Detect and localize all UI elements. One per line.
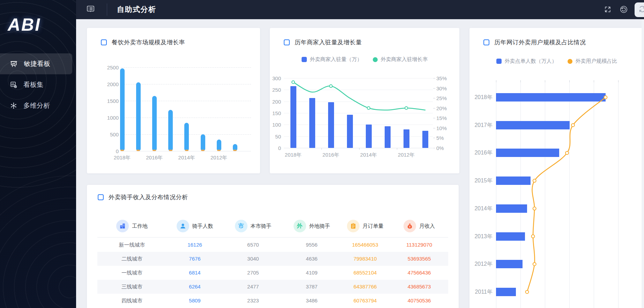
merchant-bar[interactable] <box>290 86 296 148</box>
refresh-button[interactable] <box>635 2 644 17</box>
data-point-marker[interactable] <box>526 290 529 293</box>
data-point-marker[interactable] <box>292 81 295 83</box>
data-point-marker[interactable] <box>571 123 575 127</box>
x-axis-tick <box>321 148 322 150</box>
table-cell[interactable]: 7676 <box>162 252 228 266</box>
growth-line-dot <box>201 150 205 151</box>
merchant-bar[interactable] <box>366 125 372 148</box>
card-checkbox[interactable] <box>284 39 290 45</box>
sidebar-item-agile-dashboard[interactable]: 敏捷看板 <box>0 53 72 74</box>
legend-line-swatch <box>373 57 378 62</box>
table-cell: 一线城市 <box>99 266 165 280</box>
sidebar-item-multidim-analysis[interactable]: 多维分析 <box>0 95 76 116</box>
y-axis-label: 200 <box>270 98 281 105</box>
user-count-bar[interactable] <box>496 232 525 241</box>
merchant-bar[interactable] <box>347 115 353 148</box>
table-cell[interactable]: 16126 <box>162 238 228 252</box>
secondary-y-axis-label: 0% <box>436 145 453 151</box>
column-label: 工作地 <box>132 223 148 230</box>
data-point-marker[interactable] <box>330 85 332 88</box>
top-header: 自助式分析 <box>76 0 644 19</box>
user-count-bar[interactable] <box>496 121 570 129</box>
card-checkbox[interactable] <box>483 39 489 45</box>
gridline <box>284 90 433 90</box>
chart-legend: 外卖商家入驻量（万）外卖商家入驻增长率 <box>270 56 459 63</box>
legend-label: 外卖用户规模占比 <box>576 58 617 65</box>
market-scale-bar[interactable] <box>168 110 173 151</box>
user-count-bar[interactable] <box>496 176 531 185</box>
category-label: 2012年 <box>469 261 493 267</box>
y-axis-label: 100 <box>270 121 281 128</box>
table-cell: 43685673 <box>386 280 452 294</box>
table-cell: 2477 <box>220 280 286 294</box>
data-point-marker[interactable] <box>405 107 408 110</box>
legend-item[interactable]: 外卖用户规模占比 <box>568 58 617 65</box>
data-point-marker[interactable] <box>533 263 536 266</box>
x-axis-tick <box>397 148 397 150</box>
user-count-bar[interactable] <box>496 149 559 157</box>
fullscreen-icon[interactable] <box>604 6 612 15</box>
sidebar-item-kanban-set[interactable]: 看板集 <box>0 74 76 95</box>
y-axis-label: 0 <box>95 148 119 155</box>
sidebar-item-label: 多维分析 <box>23 101 50 110</box>
user-count-bar[interactable] <box>496 260 523 268</box>
table-cell[interactable]: 6814 <box>162 266 228 280</box>
secondary-y-axis-label: 25% <box>436 95 453 102</box>
merchant-bar[interactable] <box>404 129 409 148</box>
gridline <box>284 136 433 137</box>
merchant-bar[interactable] <box>385 126 391 148</box>
table-cell[interactable]: 5809 <box>162 294 228 308</box>
vertical-scrollbar[interactable] <box>642 19 644 308</box>
legend-item[interactable]: 外卖商家入驻增长率 <box>373 56 428 63</box>
market-scale-bar[interactable] <box>184 123 189 151</box>
data-point-marker[interactable] <box>604 96 607 99</box>
x-axis-label: 2018年 <box>108 154 136 161</box>
undo-icon[interactable] <box>620 5 628 15</box>
data-point-marker[interactable] <box>367 107 370 110</box>
data-point-marker[interactable] <box>533 207 536 210</box>
gridline <box>121 67 251 68</box>
y-axis-label: 0 <box>270 145 281 151</box>
gridline <box>284 125 433 125</box>
outside-char-icon: 外 <box>294 220 306 232</box>
column-label: 本市骑手 <box>251 223 272 230</box>
column-label: 骑手人数 <box>192 223 213 230</box>
axis-tick <box>545 80 545 82</box>
merchant-bar[interactable] <box>309 98 315 148</box>
market-scale-bar[interactable] <box>120 68 125 151</box>
sidebar-item-label: 看板集 <box>23 80 43 89</box>
gridline-vertical <box>594 80 594 308</box>
card-title: 餐饮外卖市场规模及增长率 <box>112 38 185 46</box>
gridline-vertical <box>520 80 521 308</box>
x-axis-label: 2016年 <box>140 154 168 161</box>
y-axis-label: 1500 <box>95 98 119 104</box>
market-scale-bar[interactable] <box>152 96 157 151</box>
legend-item[interactable]: 外卖商家入驻量（万） <box>302 56 362 63</box>
merchant-bar[interactable] <box>422 131 428 148</box>
card-checkbox[interactable] <box>101 39 107 45</box>
merchant-bar[interactable] <box>328 102 334 148</box>
gridline-vertical <box>569 80 570 308</box>
sidebar-menu: 敏捷看板看板集多维分析 <box>0 53 76 116</box>
y-axis-label: 250 <box>270 87 281 93</box>
card-checkbox[interactable] <box>98 194 104 200</box>
table-cell: 2323 <box>220 294 286 308</box>
table-cell: 新一线城市 <box>99 238 165 252</box>
table-cell[interactable]: 6264 <box>162 280 228 294</box>
market-scale-bar[interactable] <box>136 82 141 151</box>
legend-item[interactable]: 外卖点单人数（万人） <box>496 58 557 65</box>
user-count-bar[interactable] <box>496 288 516 296</box>
growth-line-dot <box>185 150 188 151</box>
gridline-vertical <box>496 80 496 308</box>
user-count-bar[interactable] <box>496 93 606 102</box>
axis-tick <box>433 88 435 89</box>
gridline <box>284 102 433 102</box>
market-scale-bar[interactable] <box>201 134 205 151</box>
data-point-marker[interactable] <box>565 151 569 155</box>
report-list-icon[interactable] <box>86 5 95 15</box>
data-point-marker[interactable] <box>533 179 536 182</box>
data-point-marker[interactable] <box>532 235 535 238</box>
gridline <box>284 148 433 148</box>
dashboard-canvas: 餐饮外卖市场规模及增长率 050010001500200025002018年20… <box>76 19 644 308</box>
user-count-bar[interactable] <box>496 204 527 213</box>
